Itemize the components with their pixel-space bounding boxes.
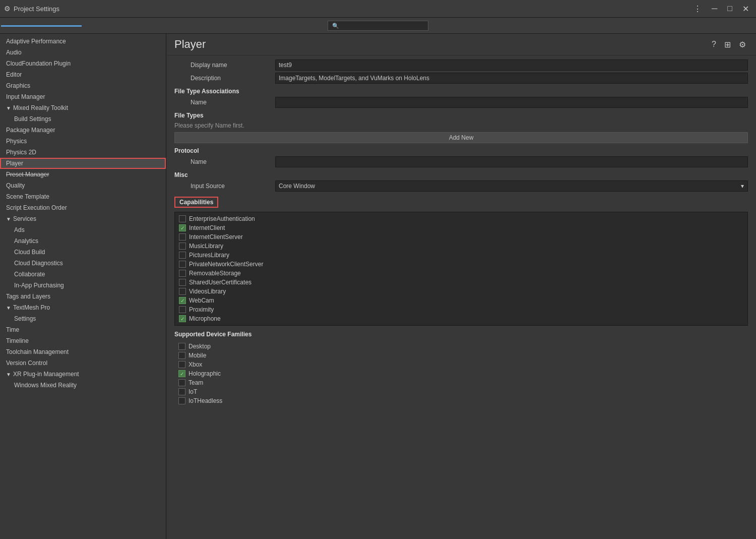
filter-icon[interactable]: ⊞ [722, 39, 733, 50]
sidebar-item-mixed-reality-toolkit[interactable]: ▼ Mixed Reality Toolkit [0, 102, 166, 113]
protocol-name-input[interactable] [275, 156, 748, 167]
device-item-iot[interactable]: IoT [174, 387, 748, 396]
device-checkbox-holographic[interactable] [178, 370, 185, 377]
capability-label-music-library: MusicLibrary [189, 243, 223, 250]
capability-checkbox-internet-client-server[interactable] [179, 233, 186, 241]
device-item-mobile[interactable]: Mobile [174, 351, 748, 360]
capability-checkbox-removable-storage[interactable] [179, 270, 186, 277]
display-name-input[interactable] [275, 59, 748, 71]
sidebar-item-adaptive-performance[interactable]: Adaptive Performance [0, 36, 166, 47]
capability-checkbox-internet-client[interactable] [179, 224, 186, 231]
capability-item-music-library[interactable]: MusicLibrary [175, 242, 747, 251]
capability-checkbox-private-network[interactable] [179, 261, 186, 268]
display-name-value [275, 59, 748, 71]
settings-icon[interactable]: ⚙ [737, 39, 748, 50]
sidebar-item-label: Physics 2D [6, 149, 36, 156]
sidebar-item-quality[interactable]: Quality [0, 180, 166, 191]
misc-heading: Misc [174, 171, 748, 178]
sidebar-item-audio[interactable]: Audio [0, 47, 166, 58]
sidebar-item-label: Timeline [6, 337, 29, 344]
capability-item-webcam[interactable]: WebCam [175, 296, 747, 305]
description-input[interactable] [275, 73, 748, 84]
device-label-xbox: Xbox [188, 361, 202, 368]
description-value [275, 73, 748, 84]
main-content: Adaptive PerformanceAudioCloudFoundation… [0, 34, 756, 539]
file-assoc-name-input[interactable] [275, 97, 748, 108]
sidebar-item-label: Settings [14, 315, 36, 322]
sidebar-item-settings[interactable]: Settings [0, 313, 166, 324]
sidebar-item-cloud-diagnostics[interactable]: Cloud Diagnostics [0, 258, 166, 269]
capability-item-proximity[interactable]: Proximity [175, 305, 747, 314]
capability-checkbox-proximity[interactable] [179, 306, 186, 313]
sidebar-item-time[interactable]: Time [0, 324, 166, 335]
search-input[interactable] [328, 21, 428, 31]
add-new-button[interactable]: Add New [174, 132, 748, 143]
sidebar-item-package-manager[interactable]: Package Manager [0, 125, 166, 136]
minimize-button[interactable]: ─ [709, 3, 720, 14]
capability-checkbox-music-library[interactable] [179, 243, 186, 250]
sidebar-item-input-manager[interactable]: Input Manager [0, 91, 166, 102]
capability-item-removable-storage[interactable]: RemovableStorage [175, 269, 747, 278]
device-checkbox-mobile[interactable] [178, 352, 185, 359]
sidebar-item-graphics[interactable]: Graphics [0, 80, 166, 91]
sidebar-item-ads[interactable]: Ads [0, 224, 166, 235]
sidebar-item-physics-2d[interactable]: Physics 2D [0, 147, 166, 158]
sidebar-item-timeline[interactable]: Timeline [0, 335, 166, 346]
capability-label-internet-client: InternetClient [189, 224, 225, 231]
capability-item-videos-library[interactable]: VideosLibrary [175, 287, 747, 296]
device-item-team[interactable]: Team [174, 378, 748, 387]
device-checkbox-xbox[interactable] [178, 361, 185, 368]
capability-item-pictures-library[interactable]: PicturesLibrary [175, 251, 747, 260]
capability-checkbox-pictures-library[interactable] [179, 252, 186, 259]
capability-checkbox-webcam[interactable] [179, 297, 186, 304]
maximize-button[interactable]: □ [724, 3, 735, 14]
sidebar-item-cloud-foundation[interactable]: CloudFoundation Plugin [0, 58, 166, 69]
capability-item-internet-client[interactable]: InternetClient [175, 223, 747, 232]
device-item-xbox[interactable]: Xbox [174, 360, 748, 369]
sidebar-item-label: TextMesh Pro [13, 304, 50, 311]
capability-item-shared-user-certs[interactable]: SharedUserCertificates [175, 278, 747, 287]
sidebar-item-windows-mixed-reality[interactable]: Windows Mixed Reality [0, 380, 166, 391]
capability-label-enterprise-auth: EnterpriseAuthentication [189, 215, 255, 222]
device-item-holographic[interactable]: Holographic [174, 369, 748, 378]
device-checkbox-iot-headless[interactable] [178, 397, 185, 404]
sidebar-item-collaborate[interactable]: Collaborate [0, 269, 166, 280]
sidebar-item-physics[interactable]: Physics [0, 136, 166, 147]
device-item-desktop[interactable]: Desktop [174, 342, 748, 351]
capability-checkbox-enterprise-auth[interactable] [179, 215, 186, 222]
sidebar-item-cloud-build[interactable]: Cloud Build [0, 247, 166, 258]
capability-item-enterprise-auth[interactable]: EnterpriseAuthentication [175, 214, 747, 223]
device-checkbox-desktop[interactable] [178, 343, 185, 350]
capability-checkbox-microphone[interactable] [179, 315, 186, 322]
device-checkbox-team[interactable] [178, 379, 185, 386]
capability-item-microphone[interactable]: Microphone [175, 314, 747, 323]
device-checkbox-iot[interactable] [178, 388, 185, 395]
input-source-select[interactable]: Core Window Independent Input Source Any [275, 181, 748, 192]
sidebar-item-player[interactable]: Player [0, 158, 166, 169]
sidebar-item-in-app-purchasing[interactable]: In-App Purchasing [0, 280, 166, 291]
capability-item-internet-client-server[interactable]: InternetClientServer [175, 232, 747, 242]
sidebar-item-services[interactable]: ▼ Services [0, 213, 166, 224]
help-icon[interactable]: ? [710, 39, 718, 50]
sidebar-item-version-control[interactable]: Version Control [0, 357, 166, 369]
sidebar-item-preset-manager[interactable]: Preset Manager [0, 169, 166, 180]
close-button[interactable]: ✕ [739, 3, 752, 15]
sidebar-item-textmesh-pro[interactable]: ▼ TextMesh Pro [0, 302, 166, 313]
sidebar-item-analytics[interactable]: Analytics [0, 235, 166, 247]
device-item-iot-headless[interactable]: IoTHeadless [174, 396, 748, 405]
sidebar-item-build-settings[interactable]: Build Settings [0, 113, 166, 125]
capability-item-private-network[interactable]: PrivateNetworkClientServer [175, 260, 747, 269]
sidebar-item-scene-template[interactable]: Scene Template [0, 191, 166, 202]
capability-checkbox-videos-library[interactable] [179, 288, 186, 295]
sidebar-item-toolchain-management[interactable]: Toolchain Management [0, 346, 166, 357]
menu-button[interactable]: ⋮ [690, 3, 705, 15]
sidebar-item-script-execution-order[interactable]: Script Execution Order [0, 202, 166, 213]
sidebar-item-xr-plugin-management[interactable]: ▼ XR Plug-in Management [0, 369, 166, 380]
sidebar-item-tags-and-layers[interactable]: Tags and Layers [0, 291, 166, 302]
sidebar-item-label: Collaborate [14, 271, 45, 278]
panel-icons: ? ⊞ ⚙ [710, 39, 748, 50]
sidebar-item-label: Input Manager [6, 93, 45, 100]
right-panel: Player ? ⊞ ⚙ Display name Description [166, 34, 756, 539]
sidebar-item-editor[interactable]: Editor [0, 69, 166, 80]
capability-checkbox-shared-user-certs[interactable] [179, 279, 186, 286]
